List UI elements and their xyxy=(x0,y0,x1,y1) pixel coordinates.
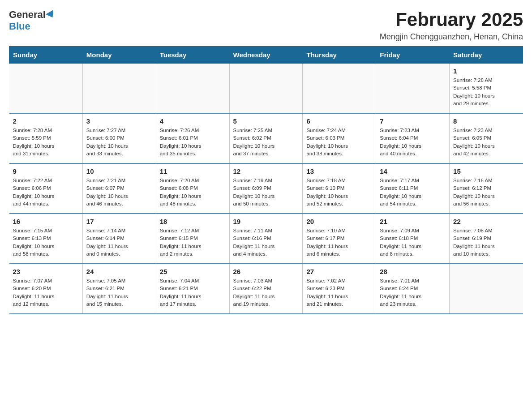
day-info: Sunrise: 7:05 AMSunset: 6:21 PMDaylight:… xyxy=(86,277,152,308)
day-number: 6 xyxy=(306,117,372,125)
day-number: 2 xyxy=(13,117,79,125)
header-day-friday: Friday xyxy=(376,47,450,64)
header-day-saturday: Saturday xyxy=(450,47,523,64)
calendar-cell: 2Sunrise: 7:28 AMSunset: 5:59 PMDaylight… xyxy=(9,113,83,163)
day-number: 5 xyxy=(233,117,299,125)
calendar-cell: 5Sunrise: 7:25 AMSunset: 6:02 PMDaylight… xyxy=(229,113,303,163)
day-number: 3 xyxy=(86,117,152,125)
day-info: Sunrise: 7:03 AMSunset: 6:22 PMDaylight:… xyxy=(233,277,299,308)
location-subtitle: Mengjin Chengguanzhen, Henan, China xyxy=(380,32,523,42)
day-number: 21 xyxy=(380,218,446,225)
week-row-3: 9Sunrise: 7:22 AMSunset: 6:06 PMDaylight… xyxy=(9,163,523,214)
calendar-cell xyxy=(229,64,303,114)
day-info: Sunrise: 7:18 AMSunset: 6:10 PMDaylight:… xyxy=(306,177,372,208)
calendar-cell: 17Sunrise: 7:14 AMSunset: 6:14 PMDayligh… xyxy=(82,214,156,264)
calendar-cell: 19Sunrise: 7:11 AMSunset: 6:16 PMDayligh… xyxy=(229,214,303,264)
calendar-cell xyxy=(156,64,229,114)
day-number: 15 xyxy=(453,167,519,175)
day-number: 11 xyxy=(160,167,226,175)
calendar-cell: 9Sunrise: 7:22 AMSunset: 6:06 PMDaylight… xyxy=(9,163,83,214)
day-number: 23 xyxy=(13,268,79,275)
calendar-cell xyxy=(303,64,376,114)
calendar-cell: 1Sunrise: 7:28 AMSunset: 5:58 PMDaylight… xyxy=(450,64,523,114)
day-number: 9 xyxy=(13,167,79,175)
logo-general-text: General xyxy=(9,9,46,21)
calendar-cell: 11Sunrise: 7:20 AMSunset: 6:08 PMDayligh… xyxy=(156,163,229,214)
day-info: Sunrise: 7:22 AMSunset: 6:06 PMDaylight:… xyxy=(13,177,79,208)
day-number: 13 xyxy=(306,167,372,175)
day-info: Sunrise: 7:25 AMSunset: 6:02 PMDaylight:… xyxy=(233,127,299,158)
week-row-4: 16Sunrise: 7:15 AMSunset: 6:13 PMDayligh… xyxy=(9,214,523,264)
day-info: Sunrise: 7:01 AMSunset: 6:24 PMDaylight:… xyxy=(380,277,446,308)
day-info: Sunrise: 7:02 AMSunset: 6:23 PMDaylight:… xyxy=(306,277,372,308)
header-day-wednesday: Wednesday xyxy=(229,47,303,64)
page-header: General Blue February 2025 Mengjin Cheng… xyxy=(9,9,523,42)
day-number: 7 xyxy=(380,117,446,125)
calendar-table: SundayMondayTuesdayWednesdayThursdayFrid… xyxy=(9,46,523,314)
calendar-cell: 27Sunrise: 7:02 AMSunset: 6:23 PMDayligh… xyxy=(303,264,376,314)
logo-blue-text: Blue xyxy=(9,21,30,32)
day-info: Sunrise: 7:27 AMSunset: 6:00 PMDaylight:… xyxy=(86,127,152,158)
calendar-cell: 26Sunrise: 7:03 AMSunset: 6:22 PMDayligh… xyxy=(229,264,303,314)
day-info: Sunrise: 7:11 AMSunset: 6:16 PMDaylight:… xyxy=(233,227,299,258)
header-day-tuesday: Tuesday xyxy=(156,47,229,64)
day-number: 20 xyxy=(306,218,372,225)
calendar-cell: 15Sunrise: 7:16 AMSunset: 6:12 PMDayligh… xyxy=(450,163,523,214)
day-number: 19 xyxy=(233,218,299,225)
day-info: Sunrise: 7:20 AMSunset: 6:08 PMDaylight:… xyxy=(160,177,226,208)
day-number: 8 xyxy=(453,117,519,125)
calendar-cell: 24Sunrise: 7:05 AMSunset: 6:21 PMDayligh… xyxy=(82,264,156,314)
calendar-cell xyxy=(376,64,450,114)
day-number: 14 xyxy=(380,167,446,175)
calendar-cell: 23Sunrise: 7:07 AMSunset: 6:20 PMDayligh… xyxy=(9,264,83,314)
day-info: Sunrise: 7:28 AMSunset: 5:59 PMDaylight:… xyxy=(13,127,79,158)
calendar-cell: 14Sunrise: 7:17 AMSunset: 6:11 PMDayligh… xyxy=(376,163,450,214)
calendar-cell: 3Sunrise: 7:27 AMSunset: 6:00 PMDaylight… xyxy=(82,113,156,163)
calendar-cell: 20Sunrise: 7:10 AMSunset: 6:17 PMDayligh… xyxy=(303,214,376,264)
header-day-thursday: Thursday xyxy=(303,47,376,64)
day-number: 18 xyxy=(160,218,226,225)
day-info: Sunrise: 7:16 AMSunset: 6:12 PMDaylight:… xyxy=(453,177,519,208)
day-info: Sunrise: 7:14 AMSunset: 6:14 PMDaylight:… xyxy=(86,227,152,258)
calendar-cell: 6Sunrise: 7:24 AMSunset: 6:03 PMDaylight… xyxy=(303,113,376,163)
month-title: February 2025 xyxy=(380,9,523,30)
logo-triangle-icon xyxy=(46,10,56,20)
day-number: 12 xyxy=(233,167,299,175)
week-row-2: 2Sunrise: 7:28 AMSunset: 5:59 PMDaylight… xyxy=(9,113,523,163)
calendar-cell xyxy=(450,264,523,314)
week-row-5: 23Sunrise: 7:07 AMSunset: 6:20 PMDayligh… xyxy=(9,264,523,314)
day-number: 25 xyxy=(160,268,226,275)
day-info: Sunrise: 7:08 AMSunset: 6:19 PMDaylight:… xyxy=(453,227,519,258)
calendar-cell: 22Sunrise: 7:08 AMSunset: 6:19 PMDayligh… xyxy=(450,214,523,264)
day-info: Sunrise: 7:21 AMSunset: 6:07 PMDaylight:… xyxy=(86,177,152,208)
day-info: Sunrise: 7:23 AMSunset: 6:05 PMDaylight:… xyxy=(453,127,519,158)
day-info: Sunrise: 7:28 AMSunset: 5:58 PMDaylight:… xyxy=(453,77,519,107)
calendar-cell: 28Sunrise: 7:01 AMSunset: 6:24 PMDayligh… xyxy=(376,264,450,314)
day-info: Sunrise: 7:09 AMSunset: 6:18 PMDaylight:… xyxy=(380,227,446,258)
logo: General Blue xyxy=(9,9,56,32)
day-number: 4 xyxy=(160,117,226,125)
calendar-cell: 10Sunrise: 7:21 AMSunset: 6:07 PMDayligh… xyxy=(82,163,156,214)
day-info: Sunrise: 7:23 AMSunset: 6:04 PMDaylight:… xyxy=(380,127,446,158)
day-number: 10 xyxy=(86,167,152,175)
header-day-sunday: Sunday xyxy=(9,47,83,64)
calendar-cell: 21Sunrise: 7:09 AMSunset: 6:18 PMDayligh… xyxy=(376,214,450,264)
day-number: 1 xyxy=(453,67,519,75)
calendar-cell: 7Sunrise: 7:23 AMSunset: 6:04 PMDaylight… xyxy=(376,113,450,163)
calendar-cell xyxy=(9,64,83,114)
day-info: Sunrise: 7:10 AMSunset: 6:17 PMDaylight:… xyxy=(306,227,372,258)
calendar-cell xyxy=(82,64,156,114)
day-info: Sunrise: 7:26 AMSunset: 6:01 PMDaylight:… xyxy=(160,127,226,158)
calendar-cell: 12Sunrise: 7:19 AMSunset: 6:09 PMDayligh… xyxy=(229,163,303,214)
days-of-week-row: SundayMondayTuesdayWednesdayThursdayFrid… xyxy=(9,47,523,64)
calendar-cell: 13Sunrise: 7:18 AMSunset: 6:10 PMDayligh… xyxy=(303,163,376,214)
day-info: Sunrise: 7:19 AMSunset: 6:09 PMDaylight:… xyxy=(233,177,299,208)
day-info: Sunrise: 7:24 AMSunset: 6:03 PMDaylight:… xyxy=(306,127,372,158)
calendar-cell: 16Sunrise: 7:15 AMSunset: 6:13 PMDayligh… xyxy=(9,214,83,264)
day-info: Sunrise: 7:15 AMSunset: 6:13 PMDaylight:… xyxy=(13,227,79,258)
day-number: 26 xyxy=(233,268,299,275)
day-number: 16 xyxy=(13,218,79,225)
day-info: Sunrise: 7:17 AMSunset: 6:11 PMDaylight:… xyxy=(380,177,446,208)
day-info: Sunrise: 7:07 AMSunset: 6:20 PMDaylight:… xyxy=(13,277,79,308)
calendar-cell: 8Sunrise: 7:23 AMSunset: 6:05 PMDaylight… xyxy=(450,113,523,163)
